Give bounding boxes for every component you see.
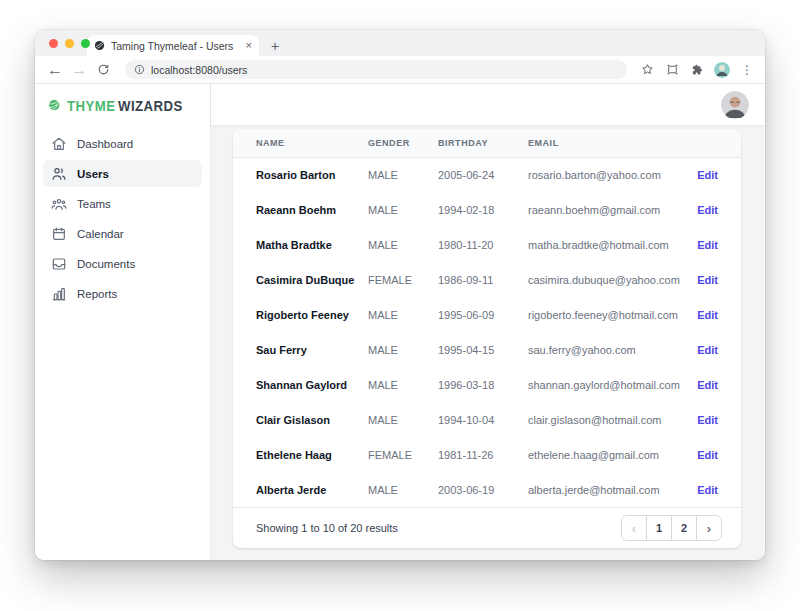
edit-link[interactable]: Edit — [697, 274, 718, 286]
user-gender-cell: MALE — [368, 402, 438, 437]
pagination: ‹ 1 2 › — [621, 515, 722, 541]
sidebar-item-calendar[interactable]: Calendar — [43, 220, 202, 247]
user-birthday-cell: 1995-04-15 — [438, 332, 528, 367]
profile-avatar[interactable] — [714, 62, 730, 78]
prev-page-button: ‹ — [621, 515, 647, 541]
minimize-window-button[interactable] — [65, 39, 74, 48]
edit-link[interactable]: Edit — [697, 239, 718, 251]
user-name-cell: Shannan Gaylord — [233, 367, 368, 402]
user-gender-cell: MALE — [368, 332, 438, 367]
sidebar-item-label: Teams — [77, 198, 111, 210]
url-bar[interactable]: localhost:8080/users — [125, 60, 627, 79]
sidebar-item-users[interactable]: Users — [43, 160, 202, 187]
page-2-button[interactable]: 2 — [671, 515, 697, 541]
sidebar-item-label: Dashboard — [77, 138, 133, 150]
user-email-cell: alberta.jerde@hotmail.com — [528, 472, 693, 507]
sidebar-item-label: Reports — [77, 288, 117, 300]
user-name-cell: Raeann Boehm — [233, 192, 368, 227]
sidebar: THYMEWIZARDS Dashboard Users — [35, 84, 211, 560]
window-controls — [49, 39, 90, 48]
column-header-name: Name — [233, 129, 368, 157]
user-birthday-cell: 2003-06-19 — [438, 472, 528, 507]
sidebar-item-teams[interactable]: Teams — [43, 190, 202, 217]
chart-bar-icon — [51, 286, 67, 302]
site-info-icon[interactable] — [134, 64, 145, 75]
user-avatar[interactable] — [721, 91, 749, 119]
app-header — [211, 84, 765, 125]
edit-link[interactable]: Edit — [697, 379, 718, 391]
user-birthday-cell: 1995-06-09 — [438, 297, 528, 332]
bookmark-star-icon[interactable] — [639, 60, 655, 80]
user-email-cell: matha.bradtke@hotmail.com — [528, 227, 693, 262]
user-email-cell: raeann.boehm@gmail.com — [528, 192, 693, 227]
table-row: Ethelene Haag FEMALE 1981-11-26 ethelene… — [233, 437, 741, 472]
calendar-icon — [51, 226, 67, 242]
edit-link[interactable]: Edit — [697, 414, 718, 426]
table-row: Matha Bradtke MALE 1980-11-20 matha.brad… — [233, 227, 741, 262]
table-row: Rosario Barton MALE 2005-06-24 rosario.b… — [233, 157, 741, 192]
browser-toolbar: ← → localhost:8080/users — [35, 56, 765, 84]
table-row: Sau Ferry MALE 1995-04-15 sau.ferry@yaho… — [233, 332, 741, 367]
user-email-cell: sau.ferry@yahoo.com — [528, 332, 693, 367]
tab-strip: Taming Thymeleaf - Users × + — [35, 30, 765, 56]
user-birthday-cell: 1980-11-20 — [438, 227, 528, 262]
sidebar-item-label: Users — [77, 168, 109, 180]
user-group-icon — [51, 196, 67, 212]
forward-icon: → — [69, 60, 89, 80]
tab-favicon-icon — [94, 40, 105, 51]
user-name-cell: Clair Gislason — [233, 402, 368, 437]
users-table: Name Gender Birthday Email Rosario Barto… — [233, 129, 741, 507]
user-name-cell: Matha Bradtke — [233, 227, 368, 262]
app-logo-text: THYMEWIZARDS — [67, 97, 183, 114]
user-name-cell: Ethelene Haag — [233, 437, 368, 472]
sidebar-item-label: Documents — [77, 258, 135, 270]
user-gender-cell: MALE — [368, 192, 438, 227]
user-birthday-cell: 1994-02-18 — [438, 192, 528, 227]
browser-tab[interactable]: Taming Thymeleaf - Users × — [87, 35, 259, 56]
user-gender-cell: MALE — [368, 157, 438, 192]
column-header-gender: Gender — [368, 129, 438, 157]
users-icon — [51, 166, 67, 182]
edit-link[interactable]: Edit — [697, 344, 718, 356]
tab-close-icon[interactable]: × — [246, 40, 252, 51]
table-footer: Showing 1 to 10 of 20 results ‹ 1 2 › — [233, 507, 741, 548]
edit-link[interactable]: Edit — [697, 169, 718, 181]
new-tab-button[interactable]: + — [271, 39, 279, 53]
users-table-card: Name Gender Birthday Email Rosario Barto… — [233, 129, 741, 548]
user-name-cell: Alberta Jerde — [233, 472, 368, 507]
user-birthday-cell: 2005-06-24 — [438, 157, 528, 192]
edit-link[interactable]: Edit — [697, 204, 718, 216]
app-logo[interactable]: THYMEWIZARDS — [35, 84, 210, 124]
table-row: Shannan Gaylord MALE 1996-03-18 shannan.… — [233, 367, 741, 402]
next-page-button[interactable]: › — [696, 515, 722, 541]
user-gender-cell: FEMALE — [368, 262, 438, 297]
chrome-menu-icon[interactable]: ⋮ — [739, 60, 755, 80]
sidebar-item-dashboard[interactable]: Dashboard — [43, 130, 202, 157]
zoom-window-button[interactable] — [81, 39, 90, 48]
edit-link[interactable]: Edit — [697, 309, 718, 321]
reload-icon[interactable] — [93, 60, 113, 80]
table-row: Raeann Boehm MALE 1994-02-18 raeann.boeh… — [233, 192, 741, 227]
user-email-cell: ethelene.haag@gmail.com — [528, 437, 693, 472]
user-email-cell: rigoberto.feeney@hotmail.com — [528, 297, 693, 332]
screenshot-extension-icon[interactable] — [664, 60, 680, 80]
close-window-button[interactable] — [49, 39, 58, 48]
back-icon[interactable]: ← — [45, 60, 65, 80]
sidebar-item-reports[interactable]: Reports — [43, 280, 202, 307]
edit-link[interactable]: Edit — [697, 449, 718, 461]
table-row: Alberta Jerde MALE 2003-06-19 alberta.je… — [233, 472, 741, 507]
user-gender-cell: MALE — [368, 472, 438, 507]
user-birthday-cell: 1986-09-11 — [438, 262, 528, 297]
extensions-puzzle-icon[interactable] — [689, 60, 705, 80]
user-gender-cell: MALE — [368, 367, 438, 402]
sidebar-nav: Dashboard Users Teams — [35, 124, 210, 316]
sidebar-item-documents[interactable]: Documents — [43, 250, 202, 277]
user-birthday-cell: 1994-10-04 — [438, 402, 528, 437]
edit-link[interactable]: Edit — [697, 484, 718, 496]
user-gender-cell: MALE — [368, 227, 438, 262]
home-icon — [51, 136, 67, 152]
results-summary: Showing 1 to 10 of 20 results — [256, 522, 398, 534]
page-1-button[interactable]: 1 — [646, 515, 672, 541]
user-birthday-cell: 1996-03-18 — [438, 367, 528, 402]
user-name-cell: Casimira DuBuque — [233, 262, 368, 297]
